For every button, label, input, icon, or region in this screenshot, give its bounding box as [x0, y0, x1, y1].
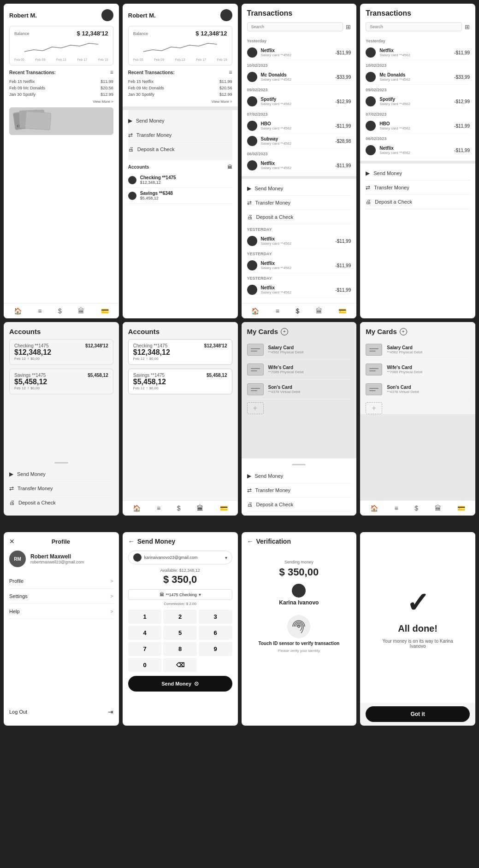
- list-icon-2[interactable]: ≡: [229, 69, 232, 76]
- nav-bank-tx[interactable]: 🏛: [316, 307, 322, 315]
- tx-netflix-1[interactable]: NetflixSalary card **4562 -$11,99: [247, 45, 351, 60]
- profile-menu-profile[interactable]: Profile >: [9, 574, 113, 589]
- num-2[interactable]: 2: [163, 610, 197, 624]
- nav-money[interactable]: $: [58, 307, 62, 315]
- tx-mc2[interactable]: Mc DonaldsSalary card **4562 -$33,99: [366, 70, 470, 85]
- back-button-verify[interactable]: ←: [247, 538, 254, 545]
- action-transfer-acc1[interactable]: ⇄Transfer Money: [9, 481, 113, 496]
- num-8[interactable]: 8: [163, 642, 197, 656]
- nav-bank-cards[interactable]: 🏛: [435, 504, 441, 512]
- tx-netflix-3[interactable]: NetflixSalary card **4562 -$11,99: [247, 234, 351, 249]
- acc-card-savings[interactable]: Savings **1475 $5,458,12 $5,458,12 Feb 1…: [9, 369, 113, 394]
- from-account-row[interactable]: 🏛 **1475 Checking ▾: [128, 589, 232, 600]
- logout-row[interactable]: Log Out ⇥: [9, 704, 113, 720]
- acc-card-sav-2[interactable]: Savings **1475 $5,458,12 $5,458,12 Feb 1…: [128, 369, 232, 394]
- action-deposit-tx2[interactable]: 🖨Deposit a Check: [366, 195, 470, 209]
- tx-hbo2[interactable]: HBOSalary card **4562 -$11,99: [366, 118, 470, 134]
- num-9[interactable]: 9: [199, 642, 232, 656]
- filter-icon[interactable]: ⊞: [346, 23, 351, 30]
- search-input-2[interactable]: [366, 22, 462, 31]
- nav-money-tx[interactable]: $: [296, 307, 300, 315]
- account-checking[interactable]: Checking **1475 $12,348,12: [128, 172, 232, 188]
- got-it-button[interactable]: Got it: [366, 706, 470, 722]
- action-send[interactable]: ▶Send Money: [128, 114, 232, 128]
- num-4[interactable]: 4: [128, 626, 162, 640]
- card-item-salary-1[interactable]: Salary Card**4562 Physical Debit: [247, 340, 351, 360]
- tx-nf-last[interactable]: NetflixSalary card **4562 -$11,99: [366, 143, 470, 158]
- action-transfer-tx[interactable]: ⇄Transfer Money: [247, 196, 351, 210]
- card-item-son-2[interactable]: Son's Card**4378 Virtual Debit: [366, 380, 470, 399]
- action-deposit-cards1[interactable]: 🖨Deposit a Check: [247, 498, 351, 512]
- tx-n1[interactable]: NetflixSalary card **4562 -$11,99: [366, 45, 470, 60]
- nav-money-acc2[interactable]: $: [177, 504, 181, 512]
- nav-home-cards[interactable]: 🏠: [370, 504, 378, 512]
- action-deposit-acc1[interactable]: 🖨Deposit a Check: [9, 496, 113, 510]
- num-backspace[interactable]: ⌫: [163, 658, 197, 672]
- tx-spotify[interactable]: SpotifySalary card **4562 -$12,99: [247, 94, 351, 109]
- action-deposit-tx[interactable]: 🖨Deposit a Check: [247, 210, 351, 224]
- tx-netflix-2[interactable]: NetflixSalary card **4562 -$11,99: [247, 158, 351, 173]
- nav-home-acc2[interactable]: 🏠: [133, 504, 141, 512]
- num-5[interactable]: 5: [163, 626, 197, 640]
- card-item-wife-1[interactable]: Wife's Card**7089 Physical Debit: [247, 360, 351, 380]
- recipient-dropdown[interactable]: ▾: [225, 555, 227, 560]
- nav-money-cards[interactable]: $: [414, 504, 418, 512]
- num-0[interactable]: 0: [128, 658, 162, 672]
- nav-card[interactable]: 💳: [101, 307, 109, 315]
- action-send-tx2[interactable]: ▶Send Money: [366, 166, 470, 181]
- avatar-2[interactable]: [220, 9, 232, 21]
- send-money-button[interactable]: Send Money ⊙: [128, 676, 232, 692]
- close-button[interactable]: ✕: [9, 538, 15, 545]
- acc-card-check-2[interactable]: Checking **1475 $12,348'12 $12,348,12 Fe…: [128, 339, 232, 365]
- fingerprint-icon[interactable]: [287, 615, 310, 638]
- nav-card-tx[interactable]: 💳: [338, 307, 346, 315]
- num-1[interactable]: 1: [128, 610, 162, 624]
- nav-menu-cards[interactable]: ≡: [395, 504, 398, 512]
- from-account-dropdown[interactable]: ▾: [199, 592, 201, 597]
- action-send-acc1[interactable]: ▶Send Money: [9, 467, 113, 481]
- card-item-wife-2[interactable]: Wife's Card**7089 Physical Debit: [366, 360, 470, 380]
- nav-menu[interactable]: ≡: [38, 307, 41, 315]
- add-card-btn-2[interactable]: +: [400, 328, 407, 335]
- recipient-row[interactable]: karinaivanovo23@gmail.com ▾: [128, 551, 232, 564]
- action-send-cards1[interactable]: ▶Send Money: [247, 469, 351, 483]
- add-card-plus-2[interactable]: +: [366, 402, 382, 414]
- tx-hbo[interactable]: HBOSalary card **4562 -$11,99: [247, 118, 351, 134]
- add-card-plus[interactable]: +: [247, 402, 264, 414]
- nav-bank-acc2[interactable]: 🏛: [197, 504, 203, 512]
- card-item-son-1[interactable]: Son's Card**4378 Virtual Debit: [247, 380, 351, 399]
- action-deposit[interactable]: 🖨Deposit a Check: [128, 142, 232, 157]
- nav-card-cards[interactable]: 💳: [457, 504, 465, 512]
- profile-menu-help[interactable]: Help >: [9, 604, 113, 619]
- nav-card-acc2[interactable]: 💳: [220, 504, 228, 512]
- view-more[interactable]: View More >: [9, 100, 113, 104]
- tx-netflix-4[interactable]: NetflixSalary card **4562 -$11,99: [247, 258, 351, 273]
- num-3[interactable]: 3: [199, 610, 232, 624]
- action-transfer-cards1[interactable]: ⇄Transfer Money: [247, 483, 351, 498]
- action-send-tx[interactable]: ▶Send Money: [247, 182, 351, 196]
- nav-menu-acc2[interactable]: ≡: [157, 504, 160, 512]
- num-6[interactable]: 6: [199, 626, 232, 640]
- add-card-btn-1[interactable]: +: [281, 328, 288, 335]
- profile-menu-settings[interactable]: Settings >: [9, 589, 113, 604]
- list-icon[interactable]: ≡: [110, 69, 113, 76]
- nav-bank[interactable]: 🏛: [78, 307, 84, 315]
- account-savings[interactable]: Savings **6348 $5,458,12: [128, 188, 232, 204]
- tx-subway[interactable]: SubwaySalary card **4562 -$28,98: [247, 134, 351, 149]
- back-button-send[interactable]: ←: [128, 538, 135, 545]
- filter-icon-2[interactable]: ⊞: [465, 23, 470, 30]
- tx-netflix-5[interactable]: NetflixSalary card **4562 -$11,99: [247, 282, 351, 298]
- card-item-salary-2[interactable]: Salary Card**4562 Physical Debit: [366, 340, 470, 360]
- tx-sp2[interactable]: SpotifySalary card **4562 -$12,99: [366, 94, 470, 109]
- action-transfer-tx2[interactable]: ⇄Transfer Money: [366, 181, 470, 195]
- search-input[interactable]: [247, 22, 343, 31]
- avatar[interactable]: [101, 9, 113, 21]
- nav-home-tx[interactable]: 🏠: [251, 307, 259, 315]
- nav-menu-tx[interactable]: ≡: [276, 307, 279, 315]
- acc-card-checking[interactable]: Checking **1475 $12,348'12 $12,348,12 Fe…: [9, 339, 113, 365]
- nav-home[interactable]: 🏠: [14, 307, 22, 315]
- num-7[interactable]: 7: [128, 642, 162, 656]
- action-transfer[interactable]: ⇄Transfer Money: [128, 128, 232, 142]
- view-more-2[interactable]: View More >: [128, 100, 232, 104]
- tx-mcdonalds[interactable]: Mc DonaldsSalary card **4562 -$33,99: [247, 70, 351, 85]
